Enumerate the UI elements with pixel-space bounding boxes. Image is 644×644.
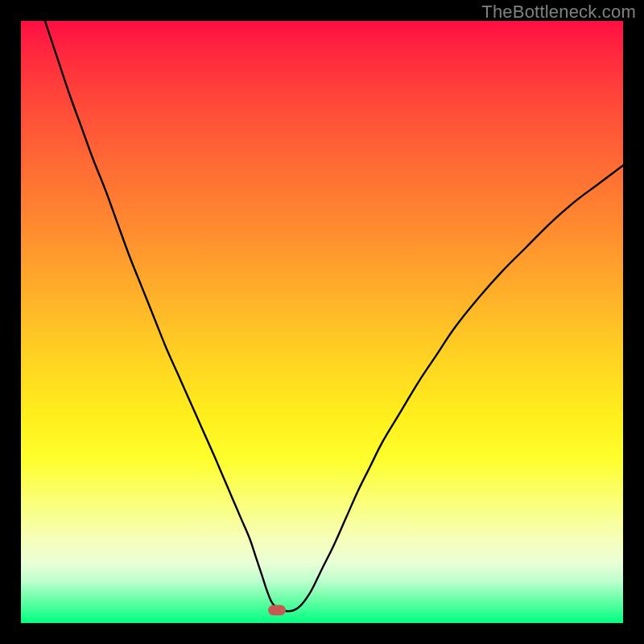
- watermark-text: TheBottleneck.com: [481, 2, 636, 23]
- optimum-marker: [268, 605, 286, 615]
- bottleneck-curve: [21, 21, 623, 623]
- plot-area: [21, 21, 623, 623]
- chart-frame: TheBottleneck.com: [0, 0, 644, 644]
